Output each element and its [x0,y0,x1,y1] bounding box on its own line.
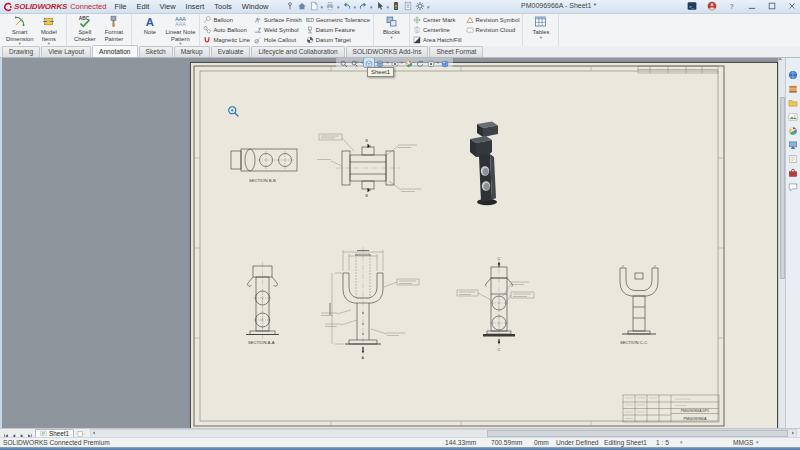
status-sheet-scale[interactable]: 1 : 5 [656,439,669,446]
drawing-sheet[interactable]: SECTION B-B B B [190,62,778,428]
view-section-bb[interactable]: SECTION B-B [231,149,297,183]
tab-solidworks-add-ins[interactable]: SOLIDWORKS Add-Ins [346,46,429,57]
edit-appearance-button[interactable] [404,58,414,67]
home-button[interactable] [296,1,308,12]
display-style-caret-icon[interactable]: ▾ [386,60,388,65]
undo-button[interactable] [341,1,353,12]
rotate-view-button[interactable] [415,58,425,67]
print-caret-icon[interactable]: ▾ [337,4,340,10]
surface-finish-button[interactable]: Surface Finish [254,15,302,25]
tab-sheet-format[interactable]: Sheet Format [429,46,483,57]
title-block[interactable]: PM0096966A-DP1 PM0096966A [623,395,719,422]
format-painter-button[interactable]: Format Painter [99,15,128,42]
units-caret-icon[interactable]: ▾ [756,439,759,445]
nav-first-button[interactable] [2,430,9,437]
tables-button[interactable]: Tables▾ [526,15,555,40]
balloon-button[interactable]: Balloon [203,15,250,25]
menu-tools[interactable]: Tools [209,2,237,11]
magnetic-line-button[interactable]: Magnetic Line [203,35,250,45]
view-sphere-button[interactable] [440,58,450,67]
geometric-tolerance-button[interactable]: Geometric Tolerance [306,15,370,25]
menu-file[interactable]: File [109,2,131,11]
hole-callout-button[interactable]: Hole Callout [254,35,302,45]
maximize-button[interactable] [766,1,777,12]
nav-last-button[interactable] [26,430,33,437]
new-doc-caret-icon[interactable]: ▾ [321,4,324,10]
area-hatch-fill-button[interactable]: Area Hatch/Fill [413,35,462,45]
blocks-button[interactable]: Blocks▾ [377,15,406,40]
tab-annotation[interactable]: Annotation [92,45,138,57]
note-button[interactable]: ANote [135,15,164,36]
center-mark-button[interactable]: Center Mark [413,15,462,25]
tab-drawing[interactable]: Drawing [2,46,40,57]
options-gear-caret-icon[interactable]: ▾ [427,4,430,10]
nav-next-button[interactable] [18,430,25,437]
redo-caret-icon[interactable]: ▾ [370,4,373,10]
menu-window[interactable]: Window [237,2,274,11]
view-front-dimensioned[interactable]: A [321,247,419,360]
zoom-fit-button[interactable] [339,58,349,67]
tp-toolbox-button[interactable] [788,167,799,178]
datum-target-button[interactable]: Datum Target [306,35,370,45]
help-button[interactable]: ? [726,1,737,12]
tp-appearances-button[interactable] [788,125,799,136]
hide-show-items-caret-icon[interactable]: ▾ [401,60,403,65]
view-orientation-button[interactable] [364,58,374,67]
tab-view-layout[interactable]: View Layout [41,46,91,57]
options-gear-button[interactable] [414,1,426,12]
linear-note-pattern-button[interactable]: AAAAAALinear Note Pattern▾ [164,15,196,47]
undo-caret-icon[interactable]: ▾ [354,4,357,10]
pin-button[interactable] [284,1,296,12]
status-units[interactable]: MMGS [733,439,754,446]
view-side-cc[interactable]: C C [457,257,534,352]
tp-scene-button[interactable] [788,139,799,150]
redo-button[interactable] [357,1,369,12]
weld-symbol-button[interactable]: Weld Symbol [254,25,302,35]
revision-table[interactable] [638,66,718,73]
view-section-cc[interactable]: SECTION C-C [620,265,658,344]
select-pointer-caret-icon[interactable]: ▾ [387,4,390,10]
smart-dimension-button[interactable]: Smart Dimension▾ [5,15,34,47]
zoom-area-button[interactable] [350,58,360,67]
tp-properties-button[interactable] [788,153,799,164]
nav-prev-button[interactable] [10,430,17,437]
tp-view-palette-button[interactable] [788,111,799,122]
command-prompt-button[interactable]: >_ [686,1,697,12]
dropdown-caret-icon[interactable]: ▾ [390,36,392,41]
hide-show-items-button[interactable] [390,58,400,67]
centerline-button[interactable]: Centerline [413,25,462,35]
tp-file-explorer-button[interactable] [788,97,799,108]
tp-design-library-button[interactable] [788,83,799,94]
tab-markup[interactable]: Markup [174,46,210,57]
file-properties-button[interactable] [402,1,414,12]
datum-feature-button[interactable]: ADatum Feature [306,25,370,35]
close-button[interactable] [786,1,797,12]
tab-lifecycle-and-collaboration[interactable]: Lifecycle and Collaboration [251,46,344,57]
print-button[interactable] [324,1,336,12]
view-section-aa[interactable]: SECTION A-A [246,262,279,345]
scale-caret-icon[interactable]: ▾ [680,439,683,445]
auto-balloon-button[interactable]: Auto Balloon [203,25,250,35]
horizontal-scrollbar-thumb[interactable] [487,430,788,437]
tab-sketch[interactable]: Sketch [139,46,173,57]
revision-symbol-button[interactable]: Revision Symbol [466,15,520,25]
view-top-side[interactable]: B B [317,134,421,198]
scroll-left-icon[interactable] [91,429,98,436]
model-items-button[interactable]: Model Items▾ [34,15,63,47]
graphics-area[interactable]: SECTION B-B B B [0,57,800,428]
minimize-button[interactable] [746,1,757,12]
tp-forum-button[interactable] [788,181,799,192]
user-avatar-button[interactable] [706,1,717,12]
dropdown-caret-icon[interactable]: ▾ [540,36,542,41]
new-doc-button[interactable] [308,1,320,12]
spell-checker-button[interactable]: ABCSpell Checker [70,15,99,42]
menu-insert[interactable]: Insert [181,2,210,11]
zoom-area-caret-icon[interactable]: ▾ [361,60,363,65]
tp-3dexperience-button[interactable] [788,69,799,80]
rebuild-button[interactable] [390,1,402,12]
scroll-right-icon[interactable] [789,429,796,436]
select-pointer-button[interactable] [374,1,386,12]
display-style-button[interactable] [375,58,385,67]
view-settings-caret-icon[interactable]: ▾ [437,60,439,65]
tab-evaluate[interactable]: Evaluate [211,46,251,57]
